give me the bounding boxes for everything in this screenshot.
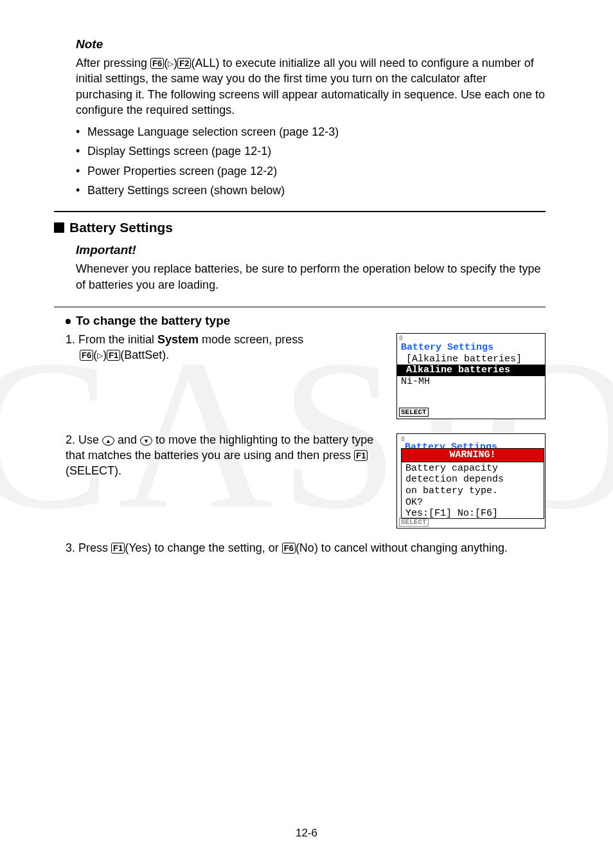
text: (BattSet). — [120, 348, 169, 361]
list-item: Display Settings screen (page 12-1) — [76, 143, 546, 159]
text: and — [114, 433, 140, 446]
step-2-text: 2. Use ▲ and ▼ to move the highlighting … — [66, 432, 384, 479]
warning-body: Battery capacity detection depends on ba… — [402, 462, 544, 520]
calculator-screen-2: ▯ Battery Settings WARNING! Battery capa… — [396, 433, 546, 529]
square-bullet-icon — [54, 222, 64, 233]
triangle-right-icon: ▷ — [168, 59, 173, 68]
down-arrow-icon: ▼ — [140, 436, 152, 446]
step-2: 2. Use ▲ and ▼ to move the highlighting … — [66, 432, 546, 529]
text: (No) to cancel without changing anything… — [296, 541, 508, 554]
key-f6: F6 — [150, 58, 164, 69]
note-bullet-list: Message Language selection screen (page … — [76, 124, 546, 198]
text: (Yes) to change the setting, or — [125, 541, 282, 554]
divider-thin — [54, 307, 546, 307]
text: 3. Press — [66, 541, 111, 554]
heading-text: Battery Settings — [69, 220, 173, 235]
key-f1: F1 — [111, 543, 125, 554]
section-heading: Battery Settings — [54, 220, 546, 235]
key-f1: F1 — [107, 350, 120, 361]
dot-bullet-icon — [66, 319, 71, 324]
screen-line: Ni-MH — [397, 376, 545, 388]
list-item: Battery Settings screen (shown below) — [76, 183, 546, 198]
text: (ALL) — [191, 57, 219, 69]
subheading-text: To change the battery type — [76, 314, 230, 328]
note-heading: Note — [76, 37, 546, 51]
page-number: 12-6 — [0, 827, 613, 840]
text: 2. Use — [66, 433, 102, 446]
text: After pressing — [76, 57, 150, 69]
list-item: Power Properties screen (page 12-2) — [76, 163, 546, 179]
step-3: 3. Press F1(Yes) to change the setting, … — [66, 540, 546, 556]
triangle-right-icon: ▷ — [97, 351, 103, 360]
screen-subtitle: [Alkaline batteries] — [397, 354, 545, 365]
note-paragraph: After pressing F6(▷)F2(ALL) to execute i… — [76, 55, 546, 118]
calculator-screen-1: ▯ Battery Settings [Alkaline batteries] … — [396, 333, 546, 419]
warning-dialog: WARNING! Battery capacity detection depe… — [401, 448, 544, 519]
key-f6: F6 — [282, 543, 296, 554]
list-item: Message Language selection screen (page … — [76, 124, 546, 140]
step-1: 1. From the initial System mode screen, … — [66, 332, 546, 419]
step-1-text: 1. From the initial System mode screen, … — [66, 332, 384, 363]
softkey-select-dimmed: SELECT — [399, 518, 429, 527]
important-text: Whenever you replace batteries, be sure … — [76, 261, 546, 293]
important-label: Important! — [76, 243, 546, 257]
battery-icon: ▯ — [397, 334, 545, 342]
key-f1: F1 — [354, 450, 368, 461]
up-arrow-icon: ▲ — [102, 436, 114, 446]
softkey-select: SELECT — [399, 408, 429, 417]
key-f6: F6 — [80, 350, 93, 361]
screen-title: Battery Settings — [397, 342, 545, 354]
bold-text: System — [157, 333, 199, 346]
key-f2: F2 — [177, 58, 191, 69]
text: 1. From the initial — [66, 333, 157, 346]
screen-highlighted-line: Alkaline batteries — [397, 365, 545, 376]
divider — [54, 211, 546, 212]
subsection-heading: To change the battery type — [66, 314, 546, 328]
warning-header: WARNING! — [402, 449, 544, 462]
text: mode screen, press — [199, 333, 303, 346]
text: (SELECT). — [66, 464, 121, 477]
